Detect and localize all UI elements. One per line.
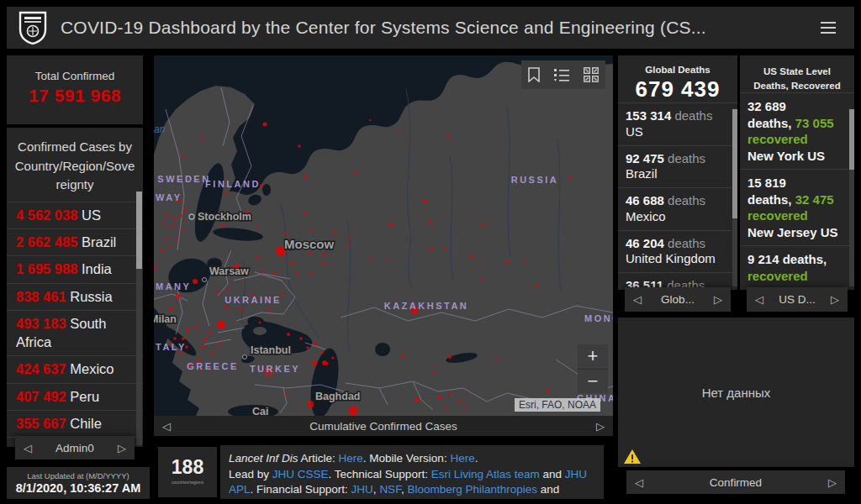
case-dot[interactable] [186,328,189,332]
case-dot[interactable] [182,156,185,159]
credit-link[interactable]: JHU CSSE [272,468,329,480]
case-dot[interactable] [307,401,314,407]
case-dot[interactable] [314,342,317,345]
case-dot[interactable] [464,405,467,407]
case-dot[interactable] [227,287,230,290]
case-dot[interactable] [446,407,448,410]
case-dot[interactable] [322,360,327,365]
case-dot[interactable] [415,397,419,402]
next-page-icon[interactable]: ▷ [109,442,135,454]
case-dot[interactable] [287,333,290,336]
case-dot[interactable] [173,337,177,340]
case-dot[interactable] [224,306,228,309]
country-row[interactable]: 838 461 Russia [7,283,143,310]
case-dot[interactable] [161,249,164,252]
country-row[interactable]: 424 637 Mexico [7,355,143,382]
case-dot[interactable] [387,260,389,262]
case-dot[interactable] [398,130,399,132]
country-row[interactable]: 2 662 485 Brazil [7,228,143,255]
case-dot[interactable] [256,226,259,228]
bookmark-icon[interactable] [528,67,540,82]
next-layer-icon[interactable]: ▷ [588,420,613,433]
case-dot[interactable] [169,307,173,312]
case-dot[interactable] [429,221,432,224]
prev-layer-icon[interactable]: ◁ [154,420,179,433]
case-dot[interactable] [296,272,298,275]
credit-link[interactable]: Esri Living Atlas team [431,468,540,480]
case-dot[interactable] [570,176,573,179]
country-row[interactable]: 355 667 Chile [7,410,143,437]
case-dot[interactable] [256,256,260,260]
case-dot[interactable] [273,271,277,275]
case-dot[interactable] [312,360,317,365]
case-dot[interactable] [181,215,183,218]
case-dot[interactable] [332,357,335,360]
prev-page-icon[interactable]: ◁ [625,293,650,306]
case-dot[interactable] [181,229,183,232]
case-dot[interactable] [165,213,168,217]
case-dot[interactable] [285,393,288,396]
case-dot[interactable] [194,325,198,328]
case-dot[interactable] [298,144,301,148]
case-dot[interactable] [221,223,224,227]
deaths-row[interactable]: 46 688 deathsMexico [618,187,737,230]
case-dot[interactable] [322,253,325,256]
deaths-row[interactable]: 153 314 deathsUS [618,102,737,145]
case-dot[interactable] [433,371,436,374]
case-dot[interactable] [448,355,452,359]
case-dot[interactable] [348,237,351,239]
legend-list-icon[interactable] [554,68,569,81]
case-dot[interactable] [268,309,271,312]
case-dot[interactable] [535,284,538,287]
case-dot[interactable] [348,245,351,248]
case-dot[interactable] [470,255,473,258]
case-dot[interactable] [306,346,309,349]
case-dot[interactable] [304,212,307,215]
case-dot[interactable] [173,217,177,220]
case-dot[interactable] [505,260,509,264]
case-dot[interactable] [355,171,358,174]
case-dot[interactable] [496,357,499,360]
case-dot[interactable] [369,258,372,260]
case-dot[interactable] [457,400,460,403]
prev-page-icon[interactable]: ◁ [15,442,40,454]
case-dot[interactable] [170,246,172,249]
case-dot[interactable] [219,344,221,347]
case-dot[interactable] [299,337,303,340]
menu-icon[interactable] [821,18,836,37]
prev-page-icon[interactable]: ◁ [626,476,652,489]
state-row[interactable]: 9 214 deaths,recoveredCalifornia US [740,245,854,290]
case-dot[interactable] [263,123,267,127]
case-dot[interactable] [311,272,314,275]
country-row[interactable]: 407 492 Peru [7,383,143,410]
case-dot[interactable] [482,223,485,227]
case-dot[interactable] [239,307,242,311]
zoom-in-button[interactable]: + [578,344,608,369]
case-dot[interactable] [259,322,261,324]
case-dot[interactable] [163,223,166,225]
next-page-icon[interactable]: ▷ [822,293,848,306]
case-dot[interactable] [217,291,220,294]
zoom-out-button[interactable]: − [578,369,608,393]
country-row[interactable]: 1 695 988 India [7,255,143,282]
case-dot[interactable] [217,321,225,329]
case-dot[interactable] [304,175,307,178]
case-dot[interactable] [201,138,203,140]
credit-link[interactable]: Here [450,452,474,465]
credit-link[interactable]: JHU [351,483,373,496]
case-dot[interactable] [211,350,214,354]
case-dot[interactable] [182,337,185,340]
deaths-row[interactable]: 92 475 deathsBrazil [618,145,737,188]
case-dot[interactable] [176,294,180,298]
case-dot[interactable] [284,232,288,235]
credit-link[interactable]: Bloomberg Philanthropies [407,483,537,496]
case-dot[interactable] [193,279,198,284]
case-dot[interactable] [262,270,265,273]
case-dot[interactable] [320,351,324,354]
case-dot[interactable] [430,248,433,251]
case-dot[interactable] [308,251,311,255]
next-page-icon[interactable]: ▷ [705,293,731,306]
map-canvas[interactable]: anSWEDENFINLANDWAYMANYUKRAINETALYGREECET… [154,55,613,416]
deaths-row[interactable]: 46 204 deathsUnited Kingdom [618,230,737,273]
case-dot[interactable] [166,239,168,241]
